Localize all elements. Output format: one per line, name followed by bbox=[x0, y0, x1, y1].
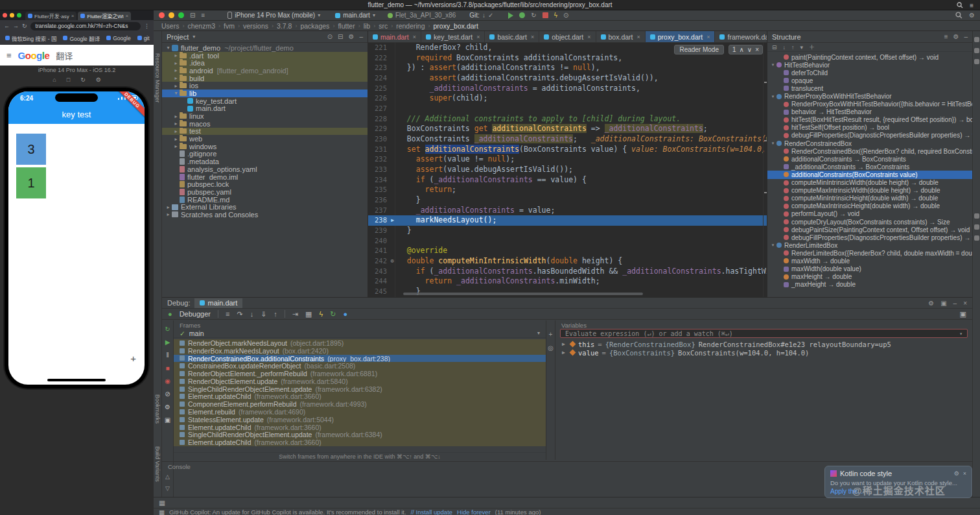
tree-item[interactable]: flutter_demo.iml bbox=[162, 173, 368, 181]
toolstrip-build-variants[interactable]: Build Variants bbox=[154, 446, 161, 482]
pin-icon[interactable]: ▣ bbox=[165, 416, 170, 424]
editor-tab[interactable]: box.dart× bbox=[596, 31, 646, 42]
home-indicator[interactable] bbox=[47, 379, 106, 381]
frame-row[interactable]: Element.updateChild(framework.dart:3660) bbox=[174, 393, 546, 401]
code-line[interactable]: 244 return _additionalConstraints.minWid… bbox=[368, 276, 767, 287]
debugger-tab-label[interactable]: Debugger bbox=[180, 310, 211, 318]
show-execution-point-icon[interactable]: ≡ bbox=[226, 310, 229, 318]
frame-row[interactable]: RenderBox.markNeedsLayout(box.dart:2420) bbox=[174, 347, 546, 355]
editor-tab[interactable]: framework.dart× bbox=[715, 31, 767, 42]
editor-tab[interactable]: basic.dart× bbox=[485, 31, 539, 42]
resume-icon[interactable]: ▶ bbox=[165, 339, 170, 346]
structure-item[interactable]: _additionalConstraints → BoxConstraints bbox=[767, 163, 972, 171]
line-number[interactable]: 234 bbox=[368, 175, 395, 186]
tree-arrow-icon[interactable]: ▸ bbox=[172, 60, 180, 66]
screenshot-icon[interactable]: □ bbox=[67, 77, 70, 83]
structure-item[interactable]: computeMinIntrinsicHeight(double width) … bbox=[767, 195, 972, 202]
gear-icon[interactable]: ⚙ bbox=[953, 33, 959, 40]
hide-forever-link[interactable]: Hide forever bbox=[457, 509, 491, 515]
spotlight-search-icon[interactable] bbox=[957, 2, 963, 8]
tree-arrow-icon[interactable]: ▸ bbox=[172, 114, 180, 119]
code-line[interactable]: 236 } bbox=[368, 195, 767, 206]
forward-icon[interactable]: → bbox=[13, 23, 19, 29]
structure-item[interactable]: ▾RenderProxyBoxWithHitTestBehavior bbox=[767, 92, 972, 100]
sort-icon[interactable]: ≡ bbox=[944, 33, 948, 40]
structure-item[interactable]: maxHeight → double bbox=[767, 273, 972, 281]
line-number[interactable]: 233 bbox=[368, 165, 395, 175]
structure-item[interactable]: paint(PaintingContext context, Offset of… bbox=[767, 53, 972, 61]
structure-item[interactable]: RenderProxyBoxWithHitTestBehavior({this.… bbox=[767, 101, 972, 108]
tree-item[interactable]: .metadata bbox=[162, 158, 368, 165]
breadcrumb-item[interactable]: packages bbox=[300, 22, 329, 30]
bookmark-item[interactable]: Google bbox=[106, 34, 130, 42]
tree-arrow-icon[interactable]: ▸ bbox=[172, 121, 180, 126]
frame-row[interactable]: SingleChildRenderObjectElement.update(fr… bbox=[174, 431, 546, 439]
hot-reload-icon[interactable]: ϟ bbox=[554, 12, 557, 19]
gear-icon[interactable]: ⚙ bbox=[928, 300, 934, 307]
stop-button[interactable] bbox=[542, 12, 548, 18]
scroll-up-icon[interactable]: △ bbox=[165, 473, 170, 480]
browser-menu-icon[interactable]: ⋮ bbox=[144, 23, 150, 29]
restore-layout-icon[interactable]: ▣ bbox=[960, 310, 966, 318]
code-line[interactable]: 229 BoxConstraints get additionalConstra… bbox=[368, 124, 767, 134]
tree-arrow-icon[interactable]: ▸ bbox=[172, 143, 180, 149]
variable-row[interactable]: ▶value = {BoxConstraints} BoxConstraints… bbox=[555, 348, 972, 357]
control-center-icon[interactable]: ≡ bbox=[970, 2, 974, 9]
line-number[interactable]: 242⊙ bbox=[368, 256, 395, 267]
run-button[interactable] bbox=[508, 12, 513, 19]
structure-item[interactable]: ▾HitTestBehavior bbox=[767, 61, 972, 69]
debug-session-tab[interactable]: main.dart bbox=[194, 298, 242, 308]
git-update-icon[interactable]: ↓ bbox=[482, 12, 485, 19]
tree-arrow-icon[interactable]: ▾ bbox=[172, 90, 180, 96]
breadcrumb-item[interactable]: proxy_box.dart bbox=[434, 22, 478, 30]
attach-debugger-icon[interactable]: ⊙ bbox=[563, 12, 568, 19]
tab-close-icon[interactable]: × bbox=[706, 34, 710, 40]
code-line[interactable]: 231 set additionalConstraints(BoxConstra… bbox=[368, 145, 767, 155]
run-config-selector[interactable]: main.dart▾ bbox=[335, 12, 375, 19]
tree-item[interactable]: ▸ios bbox=[162, 82, 368, 90]
frame-row[interactable]: Element.rebuild(framework.dart:4690) bbox=[174, 408, 546, 416]
frame-row[interactable]: ConstrainedBox.updateRenderObject(basic.… bbox=[174, 362, 546, 370]
open-icon[interactable]: ⊟ bbox=[190, 12, 195, 19]
mute-breakpoints-icon[interactable]: ⊘ bbox=[165, 390, 170, 398]
tab-close-icon[interactable]: × bbox=[531, 34, 534, 40]
line-number[interactable]: 243 bbox=[368, 267, 395, 277]
close-icon[interactable]: × bbox=[963, 470, 966, 477]
browser-window-controls[interactable] bbox=[3, 10, 21, 20]
tree-item[interactable]: pubspec.lock bbox=[162, 180, 368, 188]
code-line[interactable]: 234 if (_additionalConstraints == value)… bbox=[368, 175, 767, 186]
code-line[interactable]: 226 super(child); bbox=[368, 93, 767, 104]
line-number[interactable]: 235 bbox=[368, 185, 395, 195]
tree-item[interactable]: .gitignore bbox=[162, 150, 368, 158]
breadcrumb-item[interactable]: rendering bbox=[396, 22, 425, 30]
structure-item[interactable]: computeMinIntrinsicWidth(double height) … bbox=[767, 179, 972, 187]
structure-item[interactable]: ▾RenderConstrainedBox bbox=[767, 139, 972, 147]
minimize-window-icon[interactable] bbox=[169, 12, 174, 18]
stop-icon[interactable]: ■ bbox=[165, 365, 169, 372]
editor-tab[interactable]: object.dart× bbox=[539, 31, 596, 42]
evaluate-expression-icon[interactable]: ▦ bbox=[305, 310, 312, 318]
structure-item[interactable]: maxWidth(double value) bbox=[767, 265, 972, 273]
evaluate-expression-input[interactable]: Evaluate expression (↵) or add a watch (… bbox=[560, 329, 968, 338]
add-watch-icon[interactable]: + bbox=[549, 331, 553, 338]
frame-row[interactable]: Element.updateChild(framework.dart:3660) bbox=[174, 438, 546, 446]
structure-item[interactable]: RenderLimitedBox({RenderBox? child, doub… bbox=[767, 249, 972, 257]
line-number[interactable]: 223 bbox=[368, 63, 395, 73]
frame-row[interactable]: ComponentElement.performRebuild(framewor… bbox=[174, 400, 546, 408]
step-out-icon[interactable]: ↑ bbox=[274, 310, 277, 318]
tool-window-switcher-icon[interactable]: ▦ bbox=[159, 499, 165, 507]
tree-item[interactable]: analysis_options.yaml bbox=[162, 165, 368, 173]
expand-all-icon[interactable]: ＋ bbox=[809, 43, 815, 51]
code-line[interactable]: 223 }) : assert(additionalConstraints !=… bbox=[368, 63, 767, 73]
tree-item[interactable]: ▸web bbox=[162, 135, 368, 143]
home-icon[interactable]: ⌂ bbox=[52, 77, 56, 83]
frame-row[interactable]: StatelessElement.update(framework.dart:5… bbox=[174, 416, 546, 424]
flutter-inspector-icon[interactable] bbox=[974, 213, 979, 219]
variable-row[interactable]: ▶this = {RenderConstrainedBox} RenderCon… bbox=[555, 340, 972, 348]
tree-arrow-icon[interactable]: ▸ bbox=[172, 136, 180, 142]
breadcrumb-item[interactable]: chenzm3 bbox=[187, 22, 215, 30]
code-line[interactable]: 235 return; bbox=[368, 185, 767, 195]
sort-visibility-icon[interactable]: ↑ bbox=[791, 44, 795, 51]
expand-arrow-icon[interactable]: ▶ bbox=[562, 341, 567, 347]
gear-icon[interactable]: ⚙ bbox=[348, 33, 354, 40]
